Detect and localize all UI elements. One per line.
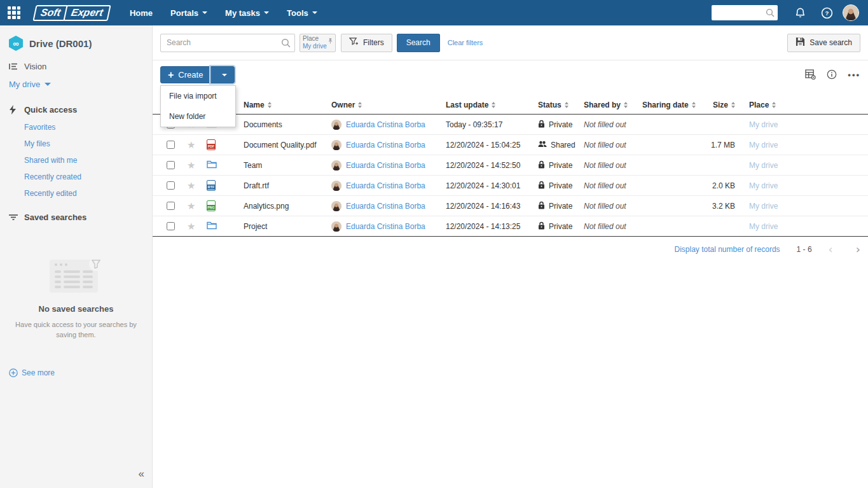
column-header-owner[interactable]: Owner [331,101,446,109]
row-checkbox[interactable] [167,222,175,230]
owner-link[interactable]: Eduarda Cristina Borba [346,161,425,170]
column-header-place[interactable]: Place [749,101,776,109]
create-dropdown-menu: File via import New folder [160,85,236,127]
lock-icon [538,160,545,171]
lightning-icon [9,105,19,115]
sidebar-item-my-files[interactable]: My files [0,136,152,152]
table-row[interactable]: ★ Project Eduarda Cristina Borba 12/20/2… [153,216,868,237]
filters-button[interactable]: Filters [341,34,392,52]
collapse-sidebar-button[interactable]: « [139,468,144,480]
sort-icon [731,102,735,108]
sidebar-item-favorites[interactable]: Favorites [0,119,152,136]
column-header-sharing-date[interactable]: Sharing date [642,101,703,109]
menu-portals[interactable]: Portals [162,0,216,25]
menu-item-new-folder[interactable]: New folder [161,106,235,127]
next-page-icon[interactable]: › [856,244,860,255]
info-icon[interactable] [827,69,837,80]
display-total-link[interactable]: Display total number of records [675,245,780,254]
empty-state-text: Have quick access to your searches by sa… [13,320,139,340]
table-settings-icon[interactable] [805,69,816,80]
softexpert-logo[interactable]: Soft Expert [34,5,109,21]
owner-link[interactable]: Eduarda Cristina Borba [346,120,425,129]
owner-link[interactable]: Eduarda Cristina Borba [346,141,425,150]
plus-icon: + [168,70,174,80]
last-update: 12/20/2024 - 14:30:01 [446,181,538,190]
menu-home[interactable]: Home [121,0,162,25]
more-options-icon[interactable]: ••• [848,70,860,80]
sidebar-item-vision[interactable]: Vision [0,57,152,76]
table-row[interactable]: ★ RTF Draft.rtf Eduarda Cristina Borba 1… [153,176,868,196]
status-label: Private [549,181,572,190]
sidebar-item-shared-with-me[interactable]: Shared with me [0,152,152,169]
table-header: Name Owner Last update Status Shared by … [153,95,868,115]
status-label: Private [549,161,572,170]
column-header-last-update[interactable]: Last update [446,101,538,109]
sidebar-item-recently-edited[interactable]: Recently edited [0,185,152,202]
table-row[interactable]: ★ Documents Eduarda Cristina Borba Today… [153,115,868,135]
see-more-link[interactable]: See more [0,359,152,386]
column-header-status[interactable]: Status [538,101,584,109]
clear-filters-link[interactable]: Clear filters [448,39,483,46]
sidebar-item-my-drive[interactable]: My drive [0,76,152,95]
notifications-bell-icon[interactable] [787,0,813,25]
app-launcher-icon[interactable] [8,6,20,19]
place-link[interactable]: My drive [749,202,778,211]
search-button[interactable]: Search [397,34,440,52]
place-link[interactable]: My drive [749,141,778,150]
saved-searches-header: Saved searches [0,208,152,227]
search-toolbar: Place My drive Filters Search Clear filt… [153,25,868,60]
chevron-down-icon [222,74,227,76]
table-row[interactable]: ★ Team Eduarda Cristina Borba 12/20/2024… [153,155,868,176]
page-title: Drive (DR001) [29,38,92,49]
menu-tools[interactable]: Tools [278,0,326,25]
owner-link[interactable]: Eduarda Cristina Borba [346,202,425,211]
main-content: Place My drive Filters Search Clear filt… [153,25,868,488]
create-button[interactable]: + Create [160,66,210,83]
place-link[interactable]: My drive [749,181,778,190]
favorite-star-icon[interactable]: ★ [187,200,207,212]
sort-icon [692,102,696,108]
plus-circle-icon [9,368,18,377]
shared-by: Not filled out [584,202,642,211]
place-link[interactable]: My drive [749,161,778,170]
sidebar-item-recently-created[interactable]: Recently created [0,169,152,185]
table-row[interactable]: ★ PNG Analytics.png Eduarda Cristina Bor… [153,196,868,216]
folder-icon [207,221,217,232]
user-avatar[interactable] [843,4,859,21]
save-search-button[interactable]: Save search [787,34,860,52]
menu-my-tasks[interactable]: My tasks [216,0,278,25]
table-body: ★ Documents Eduarda Cristina Borba Today… [153,115,868,237]
favorite-star-icon[interactable]: ★ [187,180,207,192]
quick-access-header: Quick access [0,101,152,119]
owner-avatar [331,120,341,130]
file-name: Documents [244,120,331,129]
file-name: Document Quality.pdf [244,141,331,150]
place-link[interactable]: My drive [749,222,778,231]
actions-row: + Create ••• [153,60,868,86]
place-filter-button[interactable]: Place My drive [300,34,336,52]
column-header-shared-by[interactable]: Shared by [584,101,642,109]
create-dropdown-toggle[interactable] [210,66,235,83]
favorite-star-icon[interactable]: ★ [187,221,207,232]
place-link[interactable]: My drive [749,120,778,129]
previous-page-icon[interactable]: ‹ [829,244,833,255]
row-checkbox[interactable] [167,161,175,169]
top-navbar: Soft Expert Home Portals My tasks Tools … [0,0,868,25]
favorite-star-icon[interactable]: ★ [187,139,207,151]
shared-by: Not filled out [584,161,642,170]
row-checkbox[interactable] [167,181,175,190]
sort-icon [624,102,628,108]
row-checkbox[interactable] [167,202,175,210]
save-icon [796,37,805,48]
favorite-star-icon[interactable]: ★ [187,160,207,171]
menu-item-file-via-import[interactable]: File via import [161,86,235,106]
row-checkbox[interactable] [167,141,175,149]
table-row[interactable]: ★ PDF Document Quality.pdf Eduarda Crist… [153,135,868,155]
column-header-name[interactable]: Name [244,101,331,109]
search-input[interactable] [160,34,295,52]
owner-link[interactable]: Eduarda Cristina Borba [346,181,425,190]
owner-link[interactable]: Eduarda Cristina Borba [346,222,425,231]
column-header-size[interactable]: Size [703,101,735,109]
help-icon[interactable]: ? [813,0,840,25]
chevron-down-icon [312,11,317,14]
